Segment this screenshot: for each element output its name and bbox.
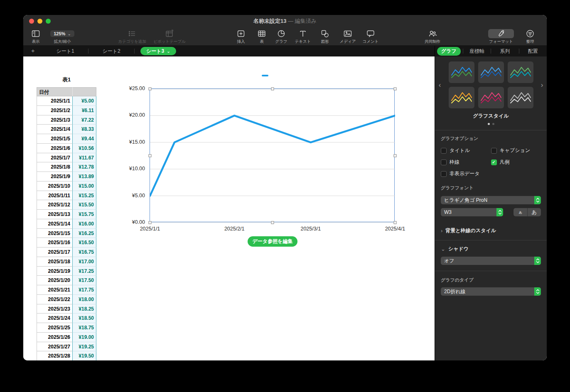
collaborate-button[interactable]: 共同制作 <box>420 29 445 44</box>
table-cell-value[interactable]: ¥18.75 <box>72 323 96 333</box>
sheet-tab-2[interactable]: シート2 <box>88 48 134 55</box>
table-cell-date[interactable]: 2025/1/27 <box>37 342 72 352</box>
selection-handle[interactable] <box>394 154 397 157</box>
text-button[interactable]: テキスト <box>293 29 313 44</box>
selection-handle[interactable] <box>394 88 397 91</box>
option-checkbox[interactable]: 非表示データ <box>441 170 491 177</box>
checkbox-unchecked-icon[interactable] <box>441 171 447 177</box>
table-cell-value[interactable]: ¥16.00 <box>72 219 96 229</box>
tab-chart[interactable]: グラフ <box>435 47 463 56</box>
table-row[interactable]: 2025/1/9¥13.89 <box>37 172 96 181</box>
table-row[interactable]: 2025/1/3¥7.22 <box>37 115 96 125</box>
chart-style-thumbnail[interactable] <box>478 61 504 83</box>
table-cell-date[interactable]: 2025/1/20 <box>37 276 72 285</box>
table-cell-value[interactable]: ¥17.00 <box>72 257 96 267</box>
table-title[interactable]: 表1 <box>37 76 96 83</box>
table-cell-date[interactable]: 2025/1/24 <box>37 314 72 323</box>
table-row[interactable]: 2025/1/10¥15.00 <box>37 181 96 191</box>
table-cell-date[interactable]: 2025/1/15 <box>37 229 72 238</box>
table-cell-date[interactable]: 2025/1/7 <box>37 153 72 163</box>
chart-button[interactable]: グラフ <box>271 29 291 44</box>
table-button[interactable]: 表 <box>252 29 272 44</box>
table-cell-date[interactable]: 2025/1/17 <box>37 247 72 257</box>
table-cell-date[interactable]: 2025/1/16 <box>37 238 72 247</box>
media-button[interactable]: メディア <box>337 29 358 44</box>
table-row[interactable]: 2025/1/8¥12.78 <box>37 162 96 172</box>
table-cell-value[interactable]: ¥15.25 <box>72 191 96 201</box>
table-row[interactable]: 2025/1/24¥18.50 <box>37 314 96 323</box>
option-checkbox[interactable]: キャプション <box>491 147 541 154</box>
table-row[interactable]: 2025/1/11¥15.25 <box>37 191 96 201</box>
table-cell-value[interactable]: ¥7.22 <box>72 115 96 125</box>
table-cell-value[interactable]: ¥18.50 <box>72 314 96 323</box>
zoom-window-button[interactable] <box>46 19 51 24</box>
table-cell-date[interactable]: 2025/1/2 <box>37 106 72 115</box>
table-row[interactable]: 2025/1/20¥17.50 <box>37 276 96 285</box>
table-row[interactable]: 2025/1/17¥16.75 <box>37 247 96 257</box>
sheet-tab-3-active[interactable]: シート3⌄ <box>140 47 176 55</box>
add-sheet-button[interactable]: ＋ <box>23 47 42 55</box>
selection-handle[interactable] <box>394 221 397 224</box>
selection-handle[interactable] <box>271 221 274 224</box>
table-row[interactable]: 2025/1/14¥16.00 <box>37 219 96 229</box>
chart-style-thumbnail[interactable] <box>508 61 533 83</box>
checkbox-checked-icon[interactable]: ✓ <box>491 159 497 165</box>
pivot-table-button[interactable]: ピボットテーブル <box>149 29 190 44</box>
selection-handle[interactable] <box>271 88 274 91</box>
table-cell-date[interactable]: 2025/1/5 <box>37 134 72 144</box>
table-cell-date[interactable]: 2025/1/3 <box>37 115 72 125</box>
table-cell-date[interactable]: 2025/1/21 <box>37 285 72 295</box>
font-family-select[interactable]: ヒラギノ角ゴ ProN <box>441 196 541 204</box>
table-cell-date[interactable]: 2025/1/10 <box>37 181 72 191</box>
sheet-canvas[interactable]: 表1 日付 2025/1/1¥5.002025/1/2¥6.112025/1/3… <box>23 56 435 360</box>
table-row[interactable]: 2025/1/23¥18.25 <box>37 304 96 314</box>
table-row[interactable]: 2025/1/12¥15.50 <box>37 200 96 210</box>
minimize-window-button[interactable] <box>37 19 42 24</box>
table-cell-date[interactable]: 2025/1/11 <box>37 191 72 201</box>
table-row[interactable]: 2025/1/2¥6.11 <box>37 106 96 115</box>
decrease-font-size-button[interactable]: ぁ <box>513 208 528 216</box>
chart-legend-swatch[interactable] <box>262 75 268 76</box>
table-row[interactable]: 2025/1/16¥16.50 <box>37 238 96 247</box>
table-cell-value[interactable]: ¥18.25 <box>72 304 96 314</box>
table-row[interactable]: 2025/1/22¥18.00 <box>37 295 96 304</box>
option-checkbox[interactable]: タイトル <box>441 147 491 154</box>
table-cell-date[interactable]: 2025/1/4 <box>37 125 72 134</box>
add-category-button[interactable]: カテゴリを追加 <box>111 29 153 44</box>
table-row[interactable]: 2025/1/18¥17.00 <box>37 257 96 267</box>
table-cell-date[interactable]: 2025/1/23 <box>37 304 72 314</box>
table-cell-date[interactable]: 2025/1/28 <box>37 351 72 360</box>
table-cell-date[interactable]: 2025/1/6 <box>37 144 72 153</box>
table-row[interactable]: 2025/1/19¥17.25 <box>37 267 96 276</box>
table-cell-value[interactable]: ¥13.89 <box>72 172 96 181</box>
table-row[interactable]: 2025/1/1¥5.00 <box>37 96 96 106</box>
table-cell-date[interactable]: 2025/1/19 <box>37 267 72 276</box>
table-cell-value[interactable]: ¥8.33 <box>72 125 96 134</box>
table-cell-value[interactable]: ¥15.00 <box>72 181 96 191</box>
background-border-disclosure[interactable]: › 背景と枠線のスタイル <box>441 227 541 234</box>
gallery-next-icon[interactable]: › <box>539 81 545 88</box>
table-row[interactable]: 2025/1/25¥18.75 <box>37 323 96 333</box>
comment-button[interactable]: コメント <box>360 29 381 44</box>
table-cell-date[interactable]: 2025/1/25 <box>37 323 72 333</box>
option-checkbox[interactable]: 枠線 <box>441 159 491 166</box>
checkbox-unchecked-icon[interactable] <box>441 159 447 165</box>
chart-style-thumbnail[interactable] <box>478 87 504 108</box>
table-row[interactable]: 2025/1/26¥19.00 <box>37 333 96 342</box>
table-cell-date[interactable]: 2025/1/13 <box>37 210 72 219</box>
selection-handle[interactable] <box>149 154 152 157</box>
table-row[interactable]: 2025/1/13¥15.75 <box>37 210 96 219</box>
table-row[interactable]: 2025/1/5¥9.44 <box>37 134 96 144</box>
zoom-control[interactable]: 125%⌄ 拡大/縮小 <box>47 29 78 44</box>
table-header-value[interactable] <box>72 87 96 96</box>
table-cell-date[interactable]: 2025/1/14 <box>37 219 72 229</box>
chart-style-thumbnail[interactable] <box>508 87 533 108</box>
tab-arrange[interactable]: 配置 <box>519 48 547 55</box>
table-cell-date[interactable]: 2025/1/9 <box>37 172 72 181</box>
table-row[interactable]: 2025/1/27¥19.25 <box>37 342 96 352</box>
table-row[interactable]: 2025/1/4¥8.33 <box>37 125 96 134</box>
table-row[interactable]: 2025/1/15¥16.25 <box>37 229 96 238</box>
zoom-dropdown[interactable]: 125%⌄ <box>50 30 75 37</box>
data-table[interactable]: 日付 2025/1/1¥5.002025/1/2¥6.112025/1/3¥7.… <box>37 87 96 360</box>
checkbox-unchecked-icon[interactable] <box>491 148 497 154</box>
